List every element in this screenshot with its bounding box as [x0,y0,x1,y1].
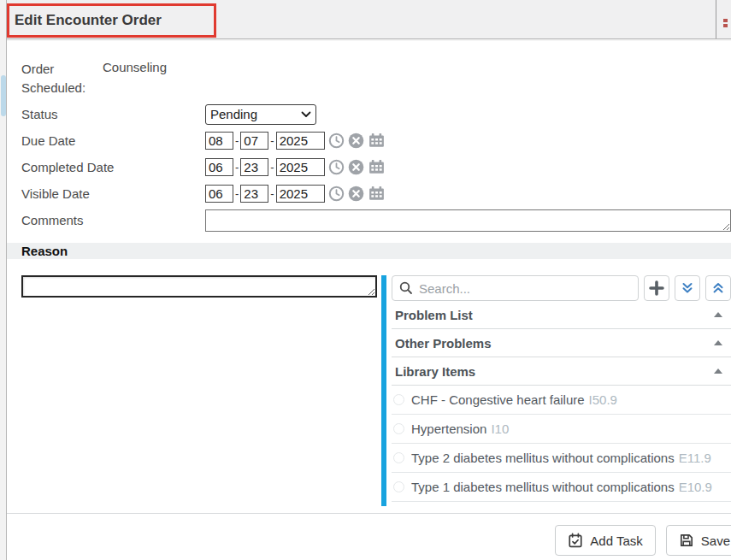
completed-date-year-input[interactable] [276,158,325,176]
problem-picker-panel: Problem List Other Problems Library Item… [392,275,731,502]
clear-icon[interactable] [348,159,364,175]
save-button[interactable]: Save [666,525,731,556]
add-problem-button[interactable] [644,275,669,301]
date-separator: - [270,134,274,147]
date-separator: - [235,134,239,147]
calendar-check-icon [568,533,583,548]
group-problem-list[interactable]: Problem List [392,301,731,329]
radio-icon[interactable] [393,452,404,463]
search-input[interactable] [419,281,631,296]
left-scrollbar[interactable] [0,0,7,560]
clipped-icon-fragment [723,24,728,27]
visible-date-year-input[interactable] [276,185,325,203]
time-icon[interactable] [328,186,345,202]
date-separator: - [235,187,239,200]
comments-row: Comments [21,207,731,233]
group-other-problems[interactable]: Other Problems [392,329,731,357]
reason-section-title: Reason [21,244,68,258]
order-row: Order Scheduled: Counseling [21,60,731,101]
visible-date-row: Visible Date - - [21,180,731,207]
dialog-title: Edit Encounter Order [9,12,162,29]
collapse-section-icon[interactable] [714,340,722,345]
reason-section-body: Problem List Other Problems Library Item… [7,259,731,513]
time-icon[interactable] [328,159,345,175]
dialog-footer: Add Task Save [7,514,731,560]
library-item[interactable]: CHF - Congestive heart failure I50.9 [392,386,731,415]
reason-selected-input[interactable] [21,275,377,298]
due-date-label: Due Date [21,132,205,150]
status-select[interactable]: Pending [205,104,316,125]
clear-icon[interactable] [348,133,364,149]
diagnosis-code: E11.9 [679,451,711,465]
annotation-highlight-red-box: Edit Encounter Order [7,3,216,38]
diagnosis-code: I50.9 [589,392,617,407]
completed-date-row: Completed Date - - [21,154,731,180]
accent-divider-bar [381,275,386,506]
radio-icon[interactable] [393,481,404,492]
library-item[interactable]: Hypertension I10 [392,415,731,444]
expand-all-button[interactable] [675,275,700,301]
due-date-month-input[interactable] [205,132,233,150]
calendar-icon[interactable] [368,186,385,202]
library-item[interactable]: Type 1 diabetes mellitus without complic… [392,473,731,502]
order-form: Order Scheduled: Counseling Status Pendi… [7,39,731,233]
visible-date-day-input[interactable] [240,185,268,203]
order-value: Counseling [103,60,167,74]
collapse-all-button[interactable] [705,275,731,301]
clipped-icon-fragment [723,19,728,22]
status-label: Status [21,105,205,124]
comments-label: Comments [21,211,205,230]
completed-date-label: Completed Date [21,158,205,177]
group-library-items[interactable]: Library Items [392,357,731,386]
calendar-icon[interactable] [368,133,385,149]
diagnosis-code: I10 [491,421,509,436]
search-toolbar [392,275,731,301]
radio-icon[interactable] [393,394,404,405]
visible-date-month-input[interactable] [205,185,233,203]
header-edge-divider [716,0,716,38]
diagnosis-code: E10.9 [679,480,712,494]
status-row: Status Pending [21,101,731,127]
add-task-button[interactable]: Add Task [555,525,655,556]
completed-date-day-input[interactable] [240,158,268,176]
date-separator: - [270,161,274,174]
completed-date-month-input[interactable] [205,158,233,176]
calendar-icon[interactable] [368,159,385,175]
dialog-header: Edit Encounter Order [7,0,731,39]
due-date-day-input[interactable] [240,132,268,150]
time-icon[interactable] [328,133,345,149]
save-icon [679,533,694,548]
search-icon [399,281,413,295]
collapse-section-icon[interactable] [714,368,722,374]
double-chevron-down-icon [681,281,694,295]
due-date-row: Due Date - - [21,127,731,154]
order-label: Order Scheduled: [21,60,103,97]
library-item[interactable]: Type 2 diabetes mellitus without complic… [392,444,731,473]
due-date-year-input[interactable] [276,132,325,150]
edit-encounter-order-dialog: Edit Encounter Order Order Scheduled: Co… [0,0,731,560]
double-chevron-up-icon [711,281,725,295]
visible-date-label: Visible Date [21,185,205,203]
radio-icon[interactable] [393,423,404,434]
clear-icon[interactable] [348,186,364,202]
search-field[interactable] [392,275,639,301]
plus-icon [649,280,664,296]
collapse-section-icon[interactable] [714,312,722,317]
date-separator: - [235,161,239,174]
comments-input[interactable] [205,209,731,232]
reason-section-header: Reason [7,243,731,259]
scrollbar-thumb[interactable] [1,75,6,116]
date-separator: - [270,187,274,200]
